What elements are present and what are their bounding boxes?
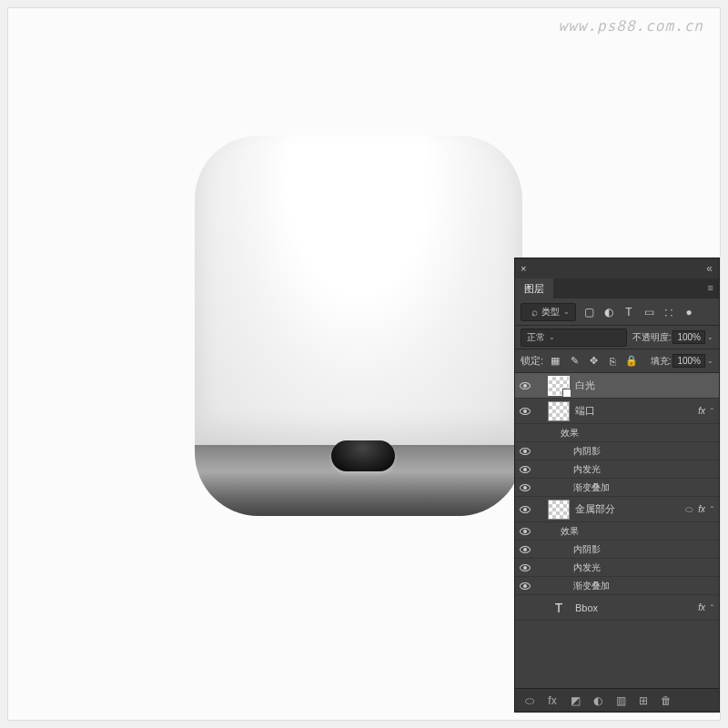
fill-value[interactable]: 100% — [672, 354, 705, 368]
filter-kind-label: 类型 — [541, 306, 560, 318]
chevron-up-icon[interactable]: ⌃ — [709, 603, 715, 612]
layer-row[interactable]: TBboxfx⌃ — [515, 595, 719, 621]
eye-icon — [520, 546, 531, 553]
new-group-icon[interactable]: ▥ — [613, 693, 628, 708]
chevron-up-icon[interactable]: ⌃ — [709, 407, 715, 415]
layer-name[interactable]: 效果 — [561, 525, 715, 538]
layers-panel: × « 图层 ≡ ⌕ 类型 ⌄ ▢ ◐ T ▭ ⸬ ● 正常 ⌄ — [514, 258, 720, 713]
blend-mode-select[interactable]: 正常 ⌄ — [521, 329, 627, 347]
layer-thumbnail[interactable] — [548, 401, 570, 421]
visibility-toggle[interactable] — [515, 382, 535, 389]
panel-menu-icon[interactable]: ≡ — [703, 278, 719, 298]
layer-list[interactable]: 白光端口fx⌃效果内阴影内发光渐变叠加金属部分⬭fx⌃效果内阴影内发光渐变叠加T… — [515, 373, 719, 692]
lock-bar: 锁定: ▦ ✎ ✥ ⎘ 🔒 填充: 100% ⌄ — [515, 349, 719, 373]
layer-row[interactable]: 内阴影 — [515, 442, 719, 460]
layer-row[interactable]: 效果 — [515, 522, 719, 541]
eye-icon — [520, 382, 531, 389]
lock-all-icon[interactable]: 🔒 — [624, 354, 639, 369]
layer-row[interactable]: 白光 — [515, 373, 719, 399]
close-icon[interactable]: × — [521, 263, 526, 274]
layer-name[interactable]: 内阴影 — [573, 445, 715, 458]
filter-kind-select[interactable]: ⌕ 类型 ⌄ — [521, 303, 576, 321]
layer-row[interactable]: 端口fx⌃ — [515, 399, 719, 424]
tab-layers[interactable]: 图层 — [515, 278, 553, 298]
layer-name[interactable]: 效果 — [561, 427, 715, 440]
filter-toggle-icon[interactable]: ● — [682, 305, 696, 319]
collapse-icon[interactable]: « — [706, 262, 713, 275]
layer-name[interactable]: 渐变叠加 — [573, 481, 715, 494]
eye-icon — [520, 564, 531, 571]
layer-name[interactable]: 端口 — [575, 404, 698, 418]
blend-mode-value: 正常 — [527, 331, 545, 344]
opacity-group: 不透明度: 100% ⌄ — [632, 330, 713, 344]
visibility-toggle[interactable] — [515, 528, 535, 535]
layer-thumbnail[interactable] — [548, 500, 570, 520]
opacity-label: 不透明度: — [632, 331, 672, 344]
visibility-toggle[interactable] — [515, 448, 535, 455]
lock-transparency-icon[interactable]: ▦ — [548, 354, 562, 369]
visibility-toggle[interactable] — [515, 466, 535, 473]
lock-artboard-icon[interactable]: ⎘ — [605, 354, 620, 369]
eye-icon — [520, 506, 531, 513]
layer-name[interactable]: 渐变叠加 — [573, 580, 715, 592]
icon-port — [331, 440, 395, 471]
layer-row[interactable]: 渐变叠加 — [515, 479, 719, 497]
visibility-toggle[interactable] — [515, 408, 535, 415]
layer-filter-bar: ⌕ 类型 ⌄ ▢ ◐ T ▭ ⸬ ● — [515, 298, 719, 326]
chevron-down-icon[interactable]: ⌄ — [707, 357, 713, 365]
delete-layer-icon[interactable]: 🗑 — [659, 693, 673, 708]
chevron-up-icon[interactable]: ⌃ — [709, 505, 715, 513]
layer-row[interactable]: 内阴影 — [515, 541, 719, 559]
filter-shape-icon[interactable]: ▭ — [642, 305, 656, 319]
fill-group: 填充: 100% ⌄ — [651, 354, 713, 368]
filter-smart-icon[interactable]: ⸬ — [662, 305, 676, 319]
fx-badge[interactable]: fx — [698, 602, 705, 612]
layer-row[interactable]: 效果 — [515, 424, 719, 442]
panel-footer: ⬭ fx ◩ ◐ ▥ ⊞ 🗑 — [515, 688, 719, 712]
panel-tabbar: 图层 ≡ — [515, 278, 719, 298]
adjustment-layer-icon[interactable]: ◐ — [591, 693, 605, 708]
visibility-toggle[interactable] — [515, 484, 535, 491]
layer-row[interactable]: 金属部分⬭fx⌃ — [515, 497, 719, 522]
filter-text-icon[interactable]: T — [622, 305, 636, 319]
visibility-toggle[interactable] — [515, 430, 535, 437]
layer-name[interactable]: 内发光 — [573, 561, 715, 574]
visibility-toggle[interactable] — [515, 506, 535, 513]
layer-name[interactable]: 内发光 — [573, 463, 715, 476]
watermark-text: www.ps88.com.cn — [559, 17, 704, 35]
visibility-toggle[interactable] — [515, 604, 535, 612]
layer-row[interactable]: 渐变叠加 — [515, 577, 719, 595]
link-layers-icon[interactable]: ⬭ — [522, 693, 537, 708]
layer-mask-icon[interactable]: ◩ — [568, 693, 582, 708]
link-icon: ⬭ — [683, 504, 694, 515]
opacity-value[interactable]: 100% — [672, 330, 705, 344]
eye-icon — [520, 408, 531, 415]
eye-icon — [520, 528, 531, 535]
layer-name[interactable]: Bbox — [575, 602, 698, 613]
layer-row[interactable]: 内发光 — [515, 559, 719, 577]
type-layer-icon: T — [548, 598, 570, 618]
eye-icon — [520, 484, 531, 491]
layer-name[interactable]: 内阴影 — [573, 543, 715, 556]
chevron-down-icon: ⌄ — [549, 333, 555, 341]
filter-adjust-icon[interactable]: ◐ — [602, 305, 616, 319]
chevron-down-icon[interactable]: ⌄ — [707, 333, 713, 341]
fx-badge[interactable]: fx — [698, 504, 705, 514]
panel-header[interactable]: × « — [515, 258, 719, 278]
layer-name[interactable]: 白光 — [575, 379, 715, 392]
lock-position-icon[interactable]: ✥ — [586, 354, 601, 369]
layer-name[interactable]: 金属部分 — [575, 502, 683, 516]
new-layer-icon[interactable]: ⊞ — [636, 693, 651, 708]
chevron-down-icon: ⌄ — [563, 308, 570, 316]
fx-badge[interactable]: fx — [698, 406, 705, 416]
lock-brush-icon[interactable]: ✎ — [567, 354, 581, 369]
visibility-toggle[interactable] — [515, 546, 535, 553]
layer-fx-icon[interactable]: fx — [545, 693, 560, 708]
eye-off-icon — [520, 430, 531, 437]
filter-pixel-icon[interactable]: ▢ — [581, 305, 596, 319]
mask-thumbnail — [562, 389, 571, 398]
layer-thumbnail[interactable] — [548, 376, 570, 396]
layer-row[interactable]: 内发光 — [515, 460, 719, 479]
visibility-toggle[interactable] — [515, 582, 535, 590]
visibility-toggle[interactable] — [515, 564, 535, 571]
